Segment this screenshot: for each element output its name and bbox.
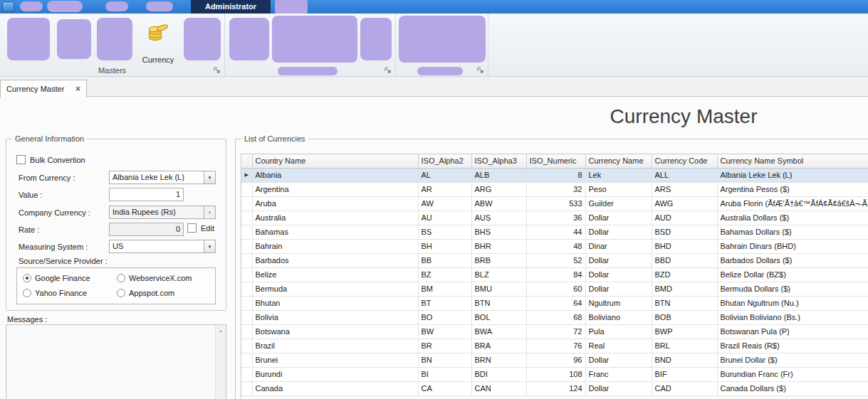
- table-row[interactable]: BahamasBSBHS44DollarBSDBahamas Dollars (…: [241, 225, 868, 239]
- grid-cell[interactable]: Ngultrum: [585, 296, 652, 310]
- row-selector[interactable]: [241, 381, 252, 395]
- grid-cell[interactable]: ABW: [471, 196, 526, 211]
- radio-appspot[interactable]: Appspot.com: [117, 289, 174, 297]
- grid-cell[interactable]: 68: [526, 310, 585, 324]
- row-selector[interactable]: [241, 211, 252, 225]
- grid-cell[interactable]: Bhutan: [252, 296, 418, 310]
- grid-cell[interactable]: BO: [418, 310, 471, 324]
- dialog-launcher-icon[interactable]: [214, 67, 221, 74]
- row-selector[interactable]: [241, 282, 252, 296]
- grid-cell[interactable]: Bermuda Dollars ($): [717, 282, 868, 296]
- grid-cell[interactable]: BMD: [652, 282, 717, 296]
- grid-cell[interactable]: 8: [526, 168, 585, 182]
- grid-cell[interactable]: Belize Dollar (BZ$): [717, 267, 868, 282]
- row-selector[interactable]: [241, 310, 252, 324]
- grid-cell[interactable]: Bermuda: [252, 282, 418, 296]
- table-row[interactable]: BotswanaBWBWA72PulaBWPBotswanan Pula (P): [241, 324, 868, 339]
- table-row[interactable]: BurundiBIBDI108FrancBIFBurundian Franc (…: [241, 367, 868, 381]
- grid-cell[interactable]: Bahamas Dollars ($): [717, 225, 868, 239]
- grid-cell[interactable]: Peso: [585, 182, 652, 196]
- grid-cell[interactable]: BZD: [652, 267, 717, 282]
- grid-cell[interactable]: Brunei Dollar ($): [717, 353, 868, 367]
- grid-cell[interactable]: 48: [526, 239, 585, 253]
- row-selector[interactable]: [241, 225, 252, 239]
- grid-cell[interactable]: Bolivian Boliviano (Bs.): [717, 310, 868, 324]
- grid-cell[interactable]: Brunei: [252, 353, 418, 367]
- ribbon-tab-administrator[interactable]: Administrator: [191, 0, 271, 14]
- grid-cell[interactable]: CAD: [652, 381, 717, 395]
- column-header-currency-code[interactable]: Currency Code: [652, 154, 717, 168]
- scrollbar[interactable]: ▲: [215, 325, 226, 399]
- dialog-launcher-icon[interactable]: [385, 67, 392, 74]
- grid-cell[interactable]: BRA: [471, 339, 526, 353]
- close-icon[interactable]: ×: [75, 84, 80, 94]
- grid-cell[interactable]: AUS: [471, 211, 526, 225]
- grid-cell[interactable]: 84: [526, 267, 585, 282]
- table-row[interactable]: BrazilBRBRA76RealBRLBrazil Reais (R$): [241, 339, 868, 353]
- grid-cell[interactable]: Bahrain Dinars (BHD): [717, 239, 868, 253]
- grid-cell[interactable]: Pula: [585, 324, 652, 339]
- grid-cell[interactable]: BZ: [418, 267, 471, 282]
- row-selector[interactable]: [241, 253, 252, 267]
- grid-cell[interactable]: Dollar: [585, 282, 652, 296]
- chevron-down-icon[interactable]: ▼: [204, 240, 215, 252]
- grid-cell[interactable]: AU: [418, 211, 471, 225]
- grid-cell[interactable]: 76: [526, 339, 585, 353]
- grid-cell[interactable]: Aruba Florin (ÃfÆ'Ã†â€™ÃfÂ¢Ã¢â€šÂ¬-Ã,Â¡Ã…: [717, 196, 868, 211]
- grid-cell[interactable]: BWP: [652, 324, 717, 339]
- grid-cell[interactable]: BH: [418, 239, 471, 253]
- table-row[interactable]: BruneiBNBRN96DollarBNDBrunei Dollar ($): [241, 353, 868, 367]
- grid-cell[interactable]: BHD: [652, 239, 717, 253]
- grid-cell[interactable]: Albania Leke Lek (L): [717, 168, 868, 182]
- grid-cell[interactable]: Dollar: [585, 381, 652, 395]
- grid-cell[interactable]: BND: [652, 353, 717, 367]
- table-row[interactable]: BermudaBMBMU60DollarBMDBermuda Dollars (…: [241, 282, 868, 296]
- grid-cell[interactable]: Bahrain: [252, 239, 418, 253]
- grid-cell[interactable]: Lek: [585, 168, 652, 182]
- row-selector[interactable]: [241, 339, 252, 353]
- radio-google-finance[interactable]: Google Finance: [23, 274, 90, 282]
- grid-cell[interactable]: Argentina Pesos ($): [717, 182, 868, 196]
- table-row[interactable]: AustraliaAUAUS36DollarAUDAustralia Dolla…: [241, 211, 868, 225]
- grid-cell[interactable]: 64: [526, 296, 585, 310]
- rate-field[interactable]: 0: [109, 223, 184, 236]
- messages-textbox[interactable]: ▲: [6, 324, 226, 399]
- grid-cell[interactable]: 44: [526, 225, 585, 239]
- grid-cell[interactable]: Boliviano: [585, 310, 652, 324]
- row-selector[interactable]: [241, 296, 252, 310]
- table-row[interactable]: BoliviaBOBOL68BolivianoBOBBolivian Boliv…: [241, 310, 868, 324]
- row-selector[interactable]: [241, 196, 252, 211]
- row-selector[interactable]: [241, 353, 252, 367]
- grid-cell[interactable]: 96: [526, 353, 585, 367]
- grid-cell[interactable]: BR: [418, 339, 471, 353]
- grid-cell[interactable]: BRB: [471, 253, 526, 267]
- grid-cell[interactable]: BTN: [652, 296, 717, 310]
- row-selector[interactable]: [241, 239, 252, 253]
- table-row[interactable]: CanadaCACAN124DollarCADCanada Dollars ($…: [241, 381, 868, 395]
- grid-cell[interactable]: BRN: [471, 353, 526, 367]
- grid-cell[interactable]: 52: [526, 253, 585, 267]
- table-row[interactable]: ▶AlbaniaALALB8LekALLAlbania Leke Lek (L): [241, 168, 868, 182]
- grid-cell[interactable]: 108: [526, 367, 585, 381]
- app-icon[interactable]: [2, 1, 14, 12]
- grid-cell[interactable]: AR: [418, 182, 471, 196]
- grid-cell[interactable]: ALL: [652, 168, 717, 182]
- table-row[interactable]: BhutanBTBTN64NgultrumBTNBhutan Ngultrum …: [241, 296, 868, 310]
- grid-cell[interactable]: 32: [526, 182, 585, 196]
- grid-cell[interactable]: Belize: [252, 267, 418, 282]
- grid-cell[interactable]: CAN: [471, 381, 526, 395]
- grid-cell[interactable]: BTN: [471, 296, 526, 310]
- grid-cell[interactable]: Argentina: [252, 182, 418, 196]
- grid-cell[interactable]: Bahamas: [252, 225, 418, 239]
- scroll-up-icon[interactable]: ▲: [216, 325, 226, 336]
- column-header-iso-alpha2[interactable]: ISO_Alpha2: [418, 154, 471, 168]
- grid-cell[interactable]: Real: [585, 339, 652, 353]
- table-row[interactable]: BelizeBZBLZ84DollarBZDBelize Dollar (BZ$…: [241, 267, 868, 282]
- grid-cell[interactable]: BRL: [652, 339, 717, 353]
- table-row[interactable]: BahrainBHBHR48DinarBHDBahrain Dinars (BH…: [241, 239, 868, 253]
- row-selector[interactable]: [241, 182, 252, 196]
- column-header-currency-name[interactable]: Currency Name: [585, 154, 652, 168]
- grid-cell[interactable]: BHS: [471, 225, 526, 239]
- grid-cell[interactable]: BIF: [652, 367, 717, 381]
- grid-cell[interactable]: Aruba: [252, 196, 418, 211]
